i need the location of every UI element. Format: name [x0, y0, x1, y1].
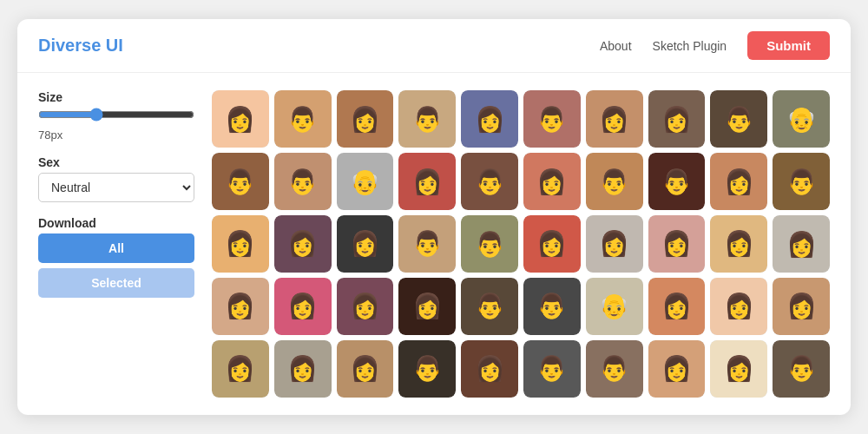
sketch-plugin-link[interactable]: Sketch Plugin — [653, 39, 727, 53]
avatar-item[interactable]: 👨 — [212, 153, 269, 210]
avatar-item[interactable]: 👩 — [461, 340, 518, 398]
avatar-item[interactable]: 👨 — [523, 278, 581, 335]
size-slider[interactable] — [38, 108, 194, 122]
avatar-item[interactable]: 👩 — [523, 215, 581, 273]
avatar-item[interactable]: 👩 — [710, 153, 767, 210]
avatar-item[interactable]: 👨 — [523, 340, 581, 398]
avatar-item[interactable]: 👨 — [461, 153, 518, 210]
avatar-item[interactable]: 👨 — [461, 278, 518, 335]
avatar-item[interactable]: 👩 — [212, 215, 269, 273]
header: Diverse UI About Sketch Plugin Submit — [17, 19, 851, 73]
avatar-item[interactable]: 👩 — [274, 278, 332, 335]
download-label: Download — [38, 216, 194, 230]
avatar-item[interactable]: 👨 — [461, 215, 518, 273]
avatar-item[interactable]: 👨 — [398, 215, 456, 273]
avatar-item[interactable]: 👩 — [337, 215, 394, 273]
avatar-item[interactable]: 👩 — [274, 215, 332, 273]
avatar-item[interactable]: 👩 — [523, 153, 581, 210]
avatar-item[interactable]: 👩 — [398, 278, 456, 335]
avatar-item[interactable]: 👩 — [212, 340, 269, 398]
avatar-item[interactable]: 👩 — [710, 278, 767, 335]
avatar-item[interactable]: 👨 — [773, 340, 830, 398]
avatar-item[interactable]: 👩 — [648, 90, 706, 148]
avatar-item[interactable]: 👨 — [274, 153, 332, 210]
app-container: Diverse UI About Sketch Plugin Submit Si… — [17, 19, 851, 414]
avatar-item[interactable]: 👩 — [773, 278, 830, 335]
avatar-item[interactable]: 👩 — [461, 90, 518, 148]
avatar-item[interactable]: 👨 — [710, 90, 767, 148]
sex-label: Sex — [38, 155, 194, 169]
avatar-item[interactable]: 👴 — [586, 278, 643, 335]
avatar-item[interactable]: 👨 — [586, 340, 643, 398]
avatar-item[interactable]: 👨 — [648, 153, 706, 210]
avatar-item[interactable]: 👴 — [773, 90, 830, 148]
about-link[interactable]: About — [600, 39, 632, 53]
submit-button[interactable]: Submit — [747, 31, 830, 60]
avatar-item[interactable]: 👩 — [274, 340, 332, 398]
sex-select[interactable]: Neutral Male Female — [38, 173, 194, 202]
size-label: Size — [38, 90, 194, 104]
avatar-item[interactable]: 👩 — [648, 340, 706, 398]
avatar-item[interactable]: 👴 — [337, 153, 394, 210]
avatar-item[interactable]: 👨 — [586, 153, 643, 210]
size-section: Size 78px — [38, 90, 194, 141]
sex-section: Sex Neutral Male Female — [38, 155, 194, 202]
avatar-item[interactable]: 👨 — [274, 90, 332, 148]
avatar-item[interactable]: 👨 — [523, 90, 581, 148]
avatar-item[interactable]: 👩 — [398, 153, 456, 210]
sidebar: Size 78px Sex Neutral Male Female Downlo… — [38, 90, 194, 397]
app-logo: Diverse UI — [38, 36, 123, 56]
avatar-item[interactable]: 👩 — [337, 278, 394, 335]
download-section: Download All Selected — [38, 216, 194, 298]
avatar-grid: 👩👨👩👨👩👨👩👩👨👴👨👨👴👩👨👩👨👨👩👨👩👩👩👨👨👩👩👩👩👩👩👩👩👩👨👨👴👩👩👩… — [212, 90, 830, 397]
avatar-item[interactable]: 👨 — [398, 340, 456, 398]
main-content: Size 78px Sex Neutral Male Female Downlo… — [17, 73, 851, 414]
avatar-item[interactable]: 👩 — [648, 278, 706, 335]
avatar-item[interactable]: 👩 — [710, 340, 767, 398]
avatar-item[interactable]: 👩 — [648, 215, 706, 273]
avatar-item[interactable]: 👩 — [710, 215, 767, 273]
download-all-button[interactable]: All — [38, 233, 194, 263]
avatar-item[interactable]: 👩 — [337, 340, 394, 398]
download-selected-button[interactable]: Selected — [38, 268, 194, 298]
avatar-item[interactable]: 👩 — [586, 90, 643, 148]
avatar-item[interactable]: 👩 — [586, 215, 643, 273]
avatar-item[interactable]: 👨 — [398, 90, 456, 148]
avatar-item[interactable]: 👩 — [337, 90, 394, 148]
avatar-item[interactable]: 👨 — [773, 153, 830, 210]
avatar-item[interactable]: 👩 — [212, 90, 269, 148]
avatar-item[interactable]: 👩 — [212, 278, 269, 335]
header-nav: About Sketch Plugin Submit — [600, 31, 830, 60]
avatar-item[interactable]: 👩 — [773, 215, 830, 273]
size-value: 78px — [38, 128, 194, 141]
